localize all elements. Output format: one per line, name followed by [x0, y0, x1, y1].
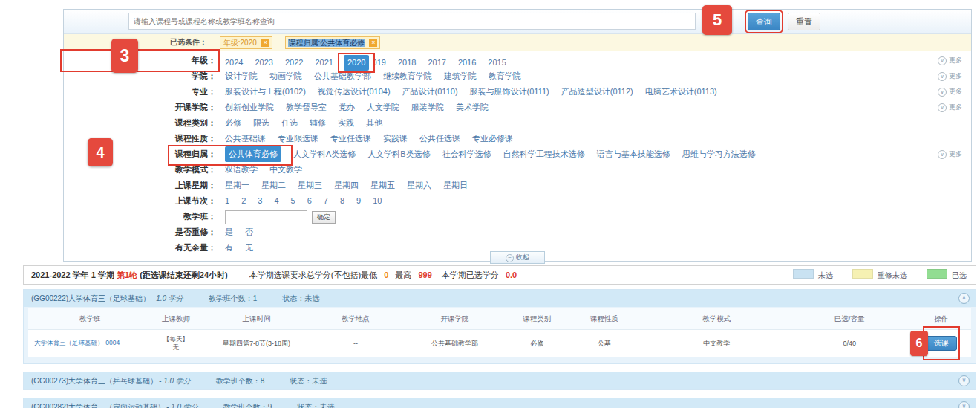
- filter-option[interactable]: 专业限选课: [278, 131, 318, 146]
- more-link[interactable]: ∨更多: [938, 68, 962, 84]
- filter-option[interactable]: 中文教学: [270, 162, 302, 178]
- remove-tag-icon[interactable]: ×: [369, 39, 377, 47]
- filter-label: 课程类别：: [64, 115, 216, 131]
- filter-option[interactable]: 动画学院: [270, 68, 302, 84]
- more-link[interactable]: ∨更多: [938, 100, 962, 115]
- filter-option[interactable]: 5: [291, 193, 295, 209]
- filter-option[interactable]: 社会科学选修: [442, 146, 491, 162]
- filter-option[interactable]: 7: [324, 193, 328, 209]
- filter-options: 星期一星期二星期三星期四星期五星期六星期日: [225, 178, 480, 193]
- filter-option[interactable]: 限选: [253, 115, 270, 131]
- course-section-header[interactable]: (GG00282)大学体育三（定向运动基础）- 1.0 学分教学班个数：9状态：…: [24, 398, 976, 408]
- filter-option[interactable]: 否: [245, 224, 253, 240]
- filter-option[interactable]: 美术学院: [456, 100, 489, 115]
- filter-option[interactable]: 语言与基本技能选修: [597, 146, 670, 162]
- collapse-panel-tab[interactable]: −收起: [490, 251, 545, 264]
- filter-option[interactable]: 必修: [225, 115, 241, 131]
- filter-option[interactable]: 自然科学工程技术选修: [503, 146, 585, 162]
- filter-option[interactable]: 实践课: [383, 131, 408, 146]
- filter-option[interactable]: 星期六: [407, 178, 431, 193]
- filter-option[interactable]: 建筑学院: [444, 68, 477, 84]
- filter-option[interactable]: 创新创业学院: [225, 100, 274, 115]
- mode-cell: 中文教学: [646, 330, 788, 357]
- filter-option[interactable]: 星期一: [225, 178, 249, 193]
- filter-options: 是否: [225, 224, 265, 240]
- filter-option[interactable]: 星期四: [334, 178, 359, 193]
- class-name-cell: 大学体育三（足球基础）-0004: [28, 330, 151, 357]
- filter-options: 双语教学中文教学: [225, 162, 314, 178]
- filter-option[interactable]: 产品设计(0110): [402, 84, 458, 100]
- filter-option[interactable]: 星期五: [370, 178, 395, 193]
- filter-row-5: 课程性质：公共基础课专业限选课专业任选课实践课公共任选课专业必修课: [64, 131, 971, 146]
- filter-option[interactable]: 服装设计与工程(0102): [225, 84, 306, 100]
- column-header: 课程性质: [564, 308, 646, 330]
- filter-option[interactable]: 星期三: [298, 178, 322, 193]
- filter-option[interactable]: 1: [225, 193, 229, 209]
- selected-credit-label: 本学期已选学分: [442, 271, 499, 279]
- remove-tag-icon[interactable]: ×: [261, 39, 270, 47]
- filter-label: 学院：: [64, 68, 216, 84]
- college-cell: 公共基础教学部: [399, 330, 511, 357]
- filter-option[interactable]: 2: [241, 193, 246, 209]
- filter-option[interactable]: 产品造型设计(0112): [561, 84, 633, 100]
- filter-option[interactable]: 思维与学习方法选修: [682, 146, 756, 162]
- query-button[interactable]: 查询: [748, 13, 780, 30]
- filter-option[interactable]: 人文学科A类选修: [293, 146, 356, 162]
- search-input[interactable]: [128, 13, 696, 30]
- class-table: 教学班上课教师上课时间教学地点开课学院课程类别课程性质教学模式已选/容量操作大学…: [28, 308, 971, 357]
- filter-option[interactable]: 6: [307, 193, 312, 209]
- collapse-section-icon[interactable]: ∧: [958, 293, 970, 304]
- filter-option[interactable]: 星期日: [443, 178, 468, 193]
- filter-option[interactable]: 人文学院: [367, 100, 399, 115]
- filter-option[interactable]: 3: [258, 193, 262, 209]
- filter-option[interactable]: 党办: [339, 100, 355, 115]
- course-section-1: (GG00273)大学体育三（乒乓球基础）- 1.0 学分教学班个数：8状态：未…: [23, 372, 976, 390]
- filter-option[interactable]: 任选: [281, 115, 298, 131]
- filter-label: 开课学院：: [64, 100, 216, 115]
- filter-option[interactable]: 继续教育学院: [383, 68, 432, 84]
- filter-option[interactable]: 公共基础课: [225, 131, 266, 146]
- filter-option[interactable]: 设计学院: [225, 68, 258, 84]
- filter-option[interactable]: 4: [274, 193, 278, 209]
- filter-option[interactable]: 9: [356, 193, 361, 209]
- course-section-header[interactable]: (GG00273)大学体育三（乒乓球基础）- 1.0 学分教学班个数：8状态：未…: [24, 372, 976, 389]
- filter-option[interactable]: 是: [225, 224, 233, 240]
- filter-option[interactable]: 服装学院: [411, 100, 444, 115]
- reset-button[interactable]: 重置: [788, 13, 820, 30]
- filter-option[interactable]: 星期二: [261, 178, 286, 193]
- more-link[interactable]: ∨更多: [938, 146, 962, 162]
- select-course-button[interactable]: 选课: [926, 336, 957, 351]
- class-number-input[interactable]: [225, 210, 307, 224]
- filter-option[interactable]: 有: [225, 240, 233, 256]
- filter-option[interactable]: 教育学院: [489, 68, 521, 84]
- course-credit: - 1.0 学分: [159, 377, 191, 385]
- filter-option[interactable]: 专业必修课: [472, 131, 513, 146]
- filter-option[interactable]: 公共体育必修: [225, 146, 281, 162]
- filter-option[interactable]: 其他: [366, 115, 382, 131]
- course-section-header[interactable]: (GG00222)大学体育三（足球基础）- 1.0 学分教学班个数：1状态：未选…: [24, 290, 976, 307]
- filter-option[interactable]: 实践: [338, 115, 354, 131]
- filter-option[interactable]: 人文学科B类选修: [368, 146, 430, 162]
- condition-tag-course-attribution: 课程归属:公共体育必修×: [285, 36, 381, 49]
- filter-option[interactable]: 服装与服饰设计(0111): [470, 84, 549, 100]
- expand-section-icon[interactable]: ∨: [958, 401, 970, 408]
- expand-section-icon[interactable]: ∨: [958, 375, 970, 386]
- more-link[interactable]: ∨更多: [938, 84, 962, 100]
- class-name-link[interactable]: 大学体育三（足球基础）-0004: [34, 339, 120, 346]
- more-link[interactable]: ∨更多: [938, 53, 962, 68]
- confirm-button[interactable]: 确定: [312, 211, 336, 224]
- table-row: 大学体育三（足球基础）-0004【每天】无星期四第7-8节(3-18周)--公共…: [28, 330, 971, 357]
- filter-option[interactable]: 公共任选课: [419, 131, 460, 146]
- filter-option[interactable]: 专业任选课: [330, 131, 371, 146]
- filter-option[interactable]: 双语教学: [225, 162, 258, 178]
- collapse-tab-label: 收起: [516, 253, 529, 261]
- filter-option[interactable]: 教学督导室: [286, 100, 327, 115]
- filter-option[interactable]: 2020: [344, 55, 369, 71]
- filter-option[interactable]: 视觉传达设计(0104): [318, 84, 391, 100]
- filter-option[interactable]: 无: [245, 240, 253, 256]
- filter-option[interactable]: 8: [340, 193, 344, 209]
- filter-row-4: 课程类别：必修限选任选辅修实践其他: [64, 115, 971, 131]
- filter-option[interactable]: 10: [373, 193, 382, 209]
- filter-option[interactable]: 辅修: [310, 115, 326, 131]
- filter-option[interactable]: 电脑艺术设计(0113): [645, 84, 717, 100]
